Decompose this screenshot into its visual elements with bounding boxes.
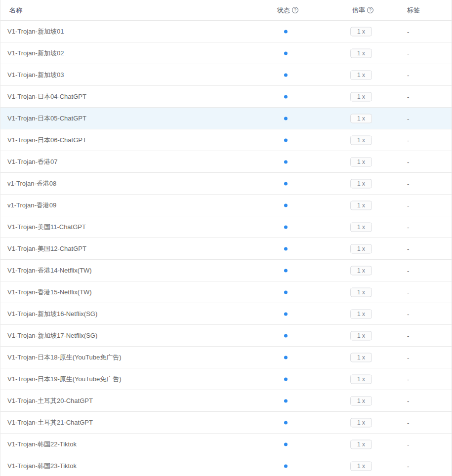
status-online-dot-icon (284, 138, 288, 142)
node-name: V1-Trojan-日本05-ChatGPT (7, 114, 86, 123)
node-name: V1-Trojan-韩国22-Tiktok (7, 440, 77, 449)
status-online-dot-icon (284, 160, 288, 163)
status-online-dot-icon (284, 442, 288, 446)
table-body: V1-Trojan-新加坡01 1 x - V1-Trojan-新加坡02 1 … (0, 21, 452, 476)
table-header-row: 名称 状态 ? 倍率 ? 标签 (0, 0, 452, 21)
rate-badge: 1 x (350, 309, 372, 318)
node-name: V1-Trojan-韩国23-Tiktok (7, 462, 77, 471)
node-name: V1-Trojan-日本19-原生(YouTube免广告) (7, 375, 121, 384)
tags-value: - (407, 397, 409, 404)
status-online-dot-icon (284, 51, 288, 55)
status-online-dot-icon (284, 225, 288, 229)
status-online-dot-icon (284, 356, 288, 359)
node-name: V1-Trojan-日本06-ChatGPT (7, 136, 86, 145)
column-header-status-label: 状态 (277, 6, 290, 15)
table-row[interactable]: V1-Trojan-新加坡03 1 x - (0, 64, 452, 86)
table-row[interactable]: V1-Trojan-日本19-原生(YouTube免广告) 1 x - (0, 368, 452, 390)
rate-badge: 1 x (350, 244, 372, 253)
rate-badge: 1 x (350, 27, 372, 36)
tags-value: - (407, 310, 409, 317)
column-header-tags-label: 标签 (407, 6, 420, 15)
node-name: V1-Trojan-美国11-ChatGPT (7, 223, 86, 232)
column-header-rate-label: 倍率 (352, 6, 365, 15)
table-row[interactable]: v1-Trojan-香港08 1 x - (0, 173, 452, 195)
table-row[interactable]: V1-Trojan-新加坡01 1 x - (0, 21, 452, 42)
node-name: V1-Trojan-香港14-Netflix(TW) (7, 266, 92, 275)
status-online-dot-icon (284, 464, 288, 468)
table-row[interactable]: V1-Trojan-新加坡16-Netflix(SG) 1 x - (0, 303, 452, 325)
column-header-tags: 标签 (407, 6, 420, 15)
table-row[interactable]: V1-Trojan-香港07 1 x - (0, 151, 452, 173)
node-name: V1-Trojan-日本18-原生(YouTube免广告) (7, 353, 121, 362)
status-online-dot-icon (284, 182, 288, 185)
rate-badge: 1 x (350, 287, 372, 297)
tags-value: - (407, 93, 409, 100)
rate-badge: 1 x (350, 222, 372, 232)
rate-badge: 1 x (350, 353, 372, 362)
node-name: V1-Trojan-日本04-ChatGPT (7, 92, 86, 101)
table-row[interactable]: V1-Trojan-日本04-ChatGPT 1 x - (0, 86, 452, 108)
rate-badge: 1 x (350, 374, 372, 384)
tags-value: - (407, 136, 409, 144)
tags-value: - (407, 245, 409, 252)
table-row[interactable]: V1-Trojan-韩国22-Tiktok 1 x - (0, 434, 452, 455)
node-name: V1-Trojan-香港15-Netflix(TW) (7, 288, 92, 297)
status-online-dot-icon (284, 95, 288, 98)
status-online-dot-icon (284, 421, 288, 424)
rate-badge: 1 x (350, 439, 372, 449)
status-help-icon[interactable]: ? (292, 7, 298, 13)
status-online-dot-icon (284, 290, 288, 294)
table-row[interactable]: V1-Trojan-美国11-ChatGPT 1 x - (0, 216, 452, 238)
table-row[interactable]: V1-Trojan-新加坡02 1 x - (0, 42, 452, 64)
table-row[interactable]: V1-Trojan-土耳其21-ChatGPT 1 x - (0, 412, 452, 434)
status-online-dot-icon (284, 117, 288, 120)
rate-badge: 1 x (350, 179, 372, 188)
rate-badge: 1 x (350, 418, 372, 427)
rate-badge: 1 x (350, 114, 372, 123)
tags-value: - (407, 71, 409, 79)
tags-value: - (407, 419, 409, 426)
tags-value: - (407, 28, 409, 35)
table-row[interactable]: V1-Trojan-日本06-ChatGPT 1 x - (0, 129, 452, 151)
tags-value: - (407, 332, 409, 339)
tags-value: - (407, 288, 409, 296)
table-row[interactable]: V1-Trojan-新加坡17-Netflix(SG) 1 x - (0, 325, 452, 347)
tags-value: - (407, 115, 409, 122)
table-row[interactable]: V1-Trojan-日本18-原生(YouTube免广告) 1 x - (0, 347, 452, 368)
table-row[interactable]: V1-Trojan-香港14-Netflix(TW) 1 x - (0, 260, 452, 281)
status-online-dot-icon (284, 73, 288, 77)
status-online-dot-icon (284, 312, 288, 316)
node-name: v1-Trojan-香港08 (7, 179, 56, 188)
node-name: V1-Trojan-新加坡17-Netflix(SG) (7, 331, 97, 340)
rate-badge: 1 x (350, 266, 372, 275)
rate-badge: 1 x (350, 396, 372, 405)
node-name: V1-Trojan-美国12-ChatGPT (7, 244, 86, 253)
table-row[interactable]: V1-Trojan-土耳其20-ChatGPT 1 x - (0, 390, 452, 412)
tags-value: - (407, 375, 409, 383)
table-row[interactable]: v1-Trojan-香港09 1 x - (0, 195, 452, 216)
tags-value: - (407, 267, 409, 274)
node-list-table: 名称 状态 ? 倍率 ? 标签 V1-Trojan-新加坡01 1 x - V1… (0, 0, 452, 476)
column-header-name: 名称 (9, 6, 22, 15)
table-row[interactable]: V1-Trojan-美国12-ChatGPT 1 x - (0, 238, 452, 260)
column-header-name-label: 名称 (9, 6, 22, 15)
tags-value: - (407, 158, 409, 165)
rate-badge: 1 x (350, 70, 372, 79)
rate-help-icon[interactable]: ? (367, 7, 373, 13)
tags-value: - (407, 462, 409, 470)
rate-badge: 1 x (350, 135, 372, 145)
node-name: V1-Trojan-新加坡01 (7, 27, 64, 36)
table-row[interactable]: V1-Trojan-日本05-ChatGPT 1 x - (0, 108, 452, 129)
tags-value: - (407, 440, 409, 448)
status-online-dot-icon (284, 269, 288, 272)
tags-value: - (407, 49, 409, 57)
status-online-dot-icon (284, 399, 288, 402)
rate-badge: 1 x (350, 200, 372, 210)
rate-badge: 1 x (350, 48, 372, 58)
column-header-rate: 倍率 ? (352, 6, 373, 15)
node-name: V1-Trojan-土耳其21-ChatGPT (7, 418, 93, 427)
table-row[interactable]: V1-Trojan-香港15-Netflix(TW) 1 x - (0, 281, 452, 303)
rate-badge: 1 x (350, 92, 372, 101)
table-row[interactable]: V1-Trojan-韩国23-Tiktok 1 x - (0, 455, 452, 476)
tags-value: - (407, 180, 409, 187)
